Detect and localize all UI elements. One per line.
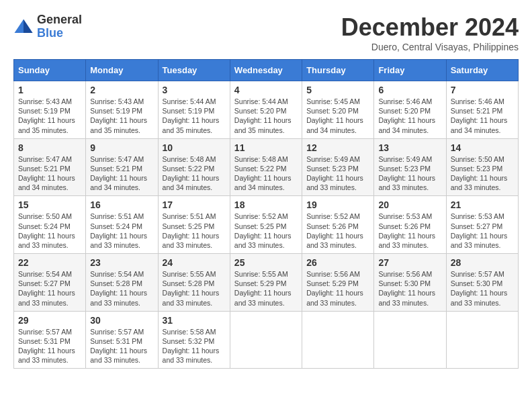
day-info: Sunrise: 5:48 AMSunset: 5:22 PMDaylight:…	[163, 154, 226, 193]
day-number: 25	[234, 257, 298, 268]
day-info: Sunrise: 5:43 AMSunset: 5:19 PMDaylight:…	[18, 97, 81, 135]
day-info: Sunrise: 5:52 AMSunset: 5:26 PMDaylight:…	[306, 212, 369, 250]
day-info: Sunrise: 5:54 AMSunset: 5:28 PMDaylight:…	[90, 269, 153, 308]
day-number: 18	[234, 199, 298, 210]
day-info: Sunrise: 5:55 AMSunset: 5:28 PMDaylight:…	[163, 269, 226, 308]
day-number: 23	[90, 257, 153, 268]
day-info: Sunrise: 5:49 AMSunset: 5:23 PMDaylight:…	[306, 154, 369, 193]
day-of-week-header: Thursday	[302, 60, 374, 81]
calendar-cell: 7Sunrise: 5:46 AMSunset: 5:21 PMDaylight…	[446, 81, 518, 139]
calendar-cell: 27Sunrise: 5:56 AMSunset: 5:30 PMDayligh…	[374, 254, 446, 312]
day-number: 10	[163, 142, 226, 153]
day-number: 20	[378, 199, 441, 210]
calendar-cell	[230, 311, 302, 369]
calendar-week-row: 29Sunrise: 5:57 AMSunset: 5:31 PMDayligh…	[14, 311, 519, 369]
day-number: 21	[451, 199, 514, 210]
day-info: Sunrise: 5:44 AMSunset: 5:19 PMDaylight:…	[163, 97, 226, 135]
day-number: 12	[306, 142, 369, 153]
calendar-cell: 17Sunrise: 5:51 AMSunset: 5:25 PMDayligh…	[158, 196, 230, 254]
day-number: 24	[163, 257, 226, 268]
day-number: 3	[163, 85, 226, 95]
calendar-cell: 20Sunrise: 5:53 AMSunset: 5:26 PMDayligh…	[374, 196, 446, 254]
day-info: Sunrise: 5:46 AMSunset: 5:21 PMDaylight:…	[451, 97, 514, 135]
calendar-week-row: 15Sunrise: 5:50 AMSunset: 5:24 PMDayligh…	[14, 196, 519, 254]
day-info: Sunrise: 5:56 AMSunset: 5:29 PMDaylight:…	[306, 269, 369, 308]
day-info: Sunrise: 5:53 AMSunset: 5:27 PMDaylight:…	[451, 212, 514, 250]
calendar-cell: 8Sunrise: 5:47 AMSunset: 5:21 PMDaylight…	[14, 138, 86, 196]
day-number: 13	[378, 142, 441, 153]
calendar-cell: 2Sunrise: 5:43 AMSunset: 5:19 PMDaylight…	[86, 81, 158, 139]
calendar-cell: 29Sunrise: 5:57 AMSunset: 5:31 PMDayligh…	[14, 311, 86, 369]
logo-icon	[13, 17, 34, 37]
calendar-cell: 30Sunrise: 5:57 AMSunset: 5:31 PMDayligh…	[86, 311, 158, 369]
day-number: 19	[306, 199, 369, 210]
day-info: Sunrise: 5:50 AMSunset: 5:23 PMDaylight:…	[451, 154, 514, 193]
day-info: Sunrise: 5:53 AMSunset: 5:26 PMDaylight:…	[378, 212, 441, 250]
calendar-header-row: SundayMondayTuesdayWednesdayThursdayFrid…	[14, 60, 519, 81]
day-info: Sunrise: 5:58 AMSunset: 5:32 PMDaylight:…	[163, 327, 226, 365]
day-info: Sunrise: 5:51 AMSunset: 5:25 PMDaylight:…	[163, 212, 226, 250]
day-number: 2	[90, 85, 153, 95]
day-info: Sunrise: 5:55 AMSunset: 5:29 PMDaylight:…	[234, 269, 298, 308]
day-info: Sunrise: 5:47 AMSunset: 5:21 PMDaylight:…	[90, 154, 153, 193]
calendar-cell: 26Sunrise: 5:56 AMSunset: 5:29 PMDayligh…	[302, 254, 374, 312]
day-info: Sunrise: 5:57 AMSunset: 5:31 PMDaylight:…	[90, 327, 153, 365]
day-number: 22	[18, 257, 81, 268]
page-header: General Blue December 2024 Duero, Centra…	[13, 13, 519, 52]
day-number: 15	[18, 199, 81, 210]
day-info: Sunrise: 5:56 AMSunset: 5:30 PMDaylight:…	[378, 269, 441, 308]
day-of-week-header: Saturday	[446, 60, 518, 81]
calendar-cell	[374, 311, 446, 369]
day-info: Sunrise: 5:46 AMSunset: 5:20 PMDaylight:…	[378, 97, 441, 135]
day-of-week-header: Sunday	[14, 60, 86, 81]
day-info: Sunrise: 5:50 AMSunset: 5:24 PMDaylight:…	[18, 212, 81, 250]
day-info: Sunrise: 5:48 AMSunset: 5:22 PMDaylight:…	[234, 154, 298, 193]
day-info: Sunrise: 5:51 AMSunset: 5:24 PMDaylight:…	[90, 212, 153, 250]
day-of-week-header: Tuesday	[158, 60, 230, 81]
calendar-cell: 1Sunrise: 5:43 AMSunset: 5:19 PMDaylight…	[14, 81, 86, 139]
calendar-week-row: 22Sunrise: 5:54 AMSunset: 5:27 PMDayligh…	[14, 254, 519, 312]
day-number: 4	[234, 85, 298, 95]
day-number: 8	[18, 142, 81, 153]
day-number: 7	[451, 85, 514, 95]
day-number: 11	[234, 142, 298, 153]
calendar-cell: 4Sunrise: 5:44 AMSunset: 5:20 PMDaylight…	[230, 81, 302, 139]
calendar-cell: 16Sunrise: 5:51 AMSunset: 5:24 PMDayligh…	[86, 196, 158, 254]
logo-blue: Blue	[37, 27, 82, 40]
day-info: Sunrise: 5:54 AMSunset: 5:27 PMDaylight:…	[18, 269, 81, 308]
calendar-cell	[302, 311, 374, 369]
calendar-cell: 9Sunrise: 5:47 AMSunset: 5:21 PMDaylight…	[86, 138, 158, 196]
calendar-cell: 21Sunrise: 5:53 AMSunset: 5:27 PMDayligh…	[446, 196, 518, 254]
calendar-cell	[446, 311, 518, 369]
calendar-cell: 24Sunrise: 5:55 AMSunset: 5:28 PMDayligh…	[158, 254, 230, 312]
day-number: 9	[90, 142, 153, 153]
logo-general: General	[37, 13, 82, 27]
calendar-cell: 25Sunrise: 5:55 AMSunset: 5:29 PMDayligh…	[230, 254, 302, 312]
day-number: 5	[306, 85, 369, 95]
calendar-cell: 15Sunrise: 5:50 AMSunset: 5:24 PMDayligh…	[14, 196, 86, 254]
day-number: 1	[18, 85, 81, 95]
calendar-cell: 11Sunrise: 5:48 AMSunset: 5:22 PMDayligh…	[230, 138, 302, 196]
calendar-cell: 23Sunrise: 5:54 AMSunset: 5:28 PMDayligh…	[86, 254, 158, 312]
day-number: 17	[163, 199, 226, 210]
day-number: 28	[451, 257, 514, 268]
day-number: 29	[18, 315, 81, 326]
day-info: Sunrise: 5:57 AMSunset: 5:30 PMDaylight:…	[451, 269, 514, 308]
calendar-cell: 10Sunrise: 5:48 AMSunset: 5:22 PMDayligh…	[158, 138, 230, 196]
day-number: 26	[306, 257, 369, 268]
calendar-cell: 28Sunrise: 5:57 AMSunset: 5:30 PMDayligh…	[446, 254, 518, 312]
calendar-week-row: 1Sunrise: 5:43 AMSunset: 5:19 PMDaylight…	[14, 81, 519, 139]
month-title: December 2024	[341, 13, 519, 42]
day-number: 31	[163, 315, 226, 326]
day-number: 16	[90, 199, 153, 210]
day-info: Sunrise: 5:49 AMSunset: 5:23 PMDaylight:…	[378, 154, 441, 193]
day-info: Sunrise: 5:47 AMSunset: 5:21 PMDaylight:…	[18, 154, 81, 193]
calendar-cell: 12Sunrise: 5:49 AMSunset: 5:23 PMDayligh…	[302, 138, 374, 196]
day-number: 30	[90, 315, 153, 326]
calendar-cell: 31Sunrise: 5:58 AMSunset: 5:32 PMDayligh…	[158, 311, 230, 369]
calendar-cell: 14Sunrise: 5:50 AMSunset: 5:23 PMDayligh…	[446, 138, 518, 196]
logo-text: General Blue	[37, 13, 82, 40]
calendar-cell: 18Sunrise: 5:52 AMSunset: 5:25 PMDayligh…	[230, 196, 302, 254]
day-of-week-header: Wednesday	[230, 60, 302, 81]
day-info: Sunrise: 5:43 AMSunset: 5:19 PMDaylight:…	[90, 97, 153, 135]
